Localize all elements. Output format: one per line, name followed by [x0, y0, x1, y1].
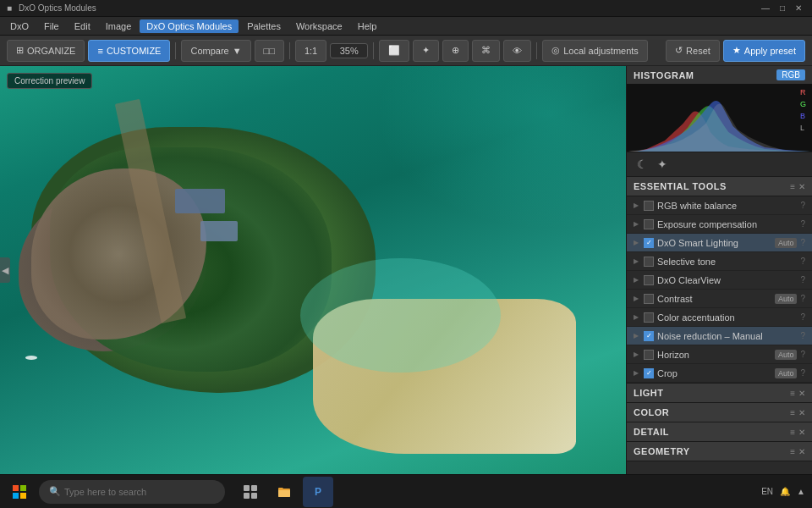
close-btn[interactable]: ✕ — [792, 3, 805, 13]
language-indicator[interactable]: EN — [761, 487, 773, 496]
tool-checkbox[interactable] — [644, 294, 654, 304]
search-input[interactable] — [64, 487, 183, 497]
reset-btn[interactable]: ↺ Reset — [666, 40, 720, 62]
help-icon[interactable]: ? — [800, 238, 805, 247]
histogram-rgb-button[interactable]: RGB — [776, 69, 805, 80]
help-icon[interactable]: ? — [800, 219, 805, 229]
menu-dxo[interactable]: DxO — [3, 19, 36, 33]
customize-btn[interactable]: ≡ CUSTOMIZE — [88, 40, 170, 62]
organize-btn[interactable]: ⊞ ORGANIZE — [7, 40, 85, 62]
start-button[interactable] — [7, 479, 32, 505]
close-icon[interactable]: ✕ — [798, 408, 805, 417]
help-icon[interactable]: ? — [800, 312, 805, 322]
list-icon[interactable]: ≡ — [790, 389, 795, 398]
local-adj-tool-btn[interactable]: ⊕ — [442, 40, 469, 62]
color-actions: ≡ ✕ — [790, 408, 805, 417]
close-icon[interactable]: ✕ — [798, 428, 805, 437]
list-icon[interactable]: ≡ — [790, 428, 795, 437]
tool-checkbox-checked[interactable] — [644, 238, 654, 248]
close-icon[interactable]: ✕ — [798, 447, 805, 456]
folder-icon — [277, 484, 292, 500]
tool-checkbox-checked[interactable] — [644, 368, 654, 378]
tool-color-accentuation[interactable]: ▶ Color accentuation ? — [627, 308, 812, 327]
dxo-app-btn[interactable]: P — [303, 477, 333, 507]
local-adjustments-btn[interactable]: ◎ Local adjustments — [542, 40, 648, 62]
left-panel-toggle[interactable]: ◀ — [0, 257, 10, 283]
file-explorer-btn[interactable] — [269, 477, 299, 507]
tool-checkbox-checked[interactable] — [644, 331, 654, 341]
tool-contrast[interactable]: ▶ Contrast Auto ? — [627, 290, 812, 308]
tool-dxo-smart-lighting[interactable]: ▶ DxO Smart Lighting Auto ? — [627, 234, 812, 252]
histogram-section: HISTOGRAM RGB R G B L — [627, 66, 812, 152]
tool-checkbox[interactable] — [644, 275, 654, 285]
list-icon[interactable]: ≡ — [790, 408, 795, 417]
menu-dxo-optics[interactable]: DxO Optics Modules — [140, 19, 239, 33]
hist-g-label[interactable]: G — [798, 99, 809, 109]
title-bar-controls[interactable]: — □ ✕ — [758, 3, 805, 13]
close-icon[interactable]: ✕ — [798, 389, 805, 398]
menu-workspace[interactable]: Workspace — [289, 19, 349, 33]
moon-icon[interactable]: ☾ — [634, 156, 650, 173]
menu-palettes[interactable]: Palettes — [240, 19, 288, 33]
hist-l-label[interactable]: L — [798, 123, 809, 133]
view-toggle-btn[interactable]: □□ — [255, 40, 284, 62]
histogram-labels: R G B L — [798, 87, 809, 133]
tool-selective-tone[interactable]: ▶ Selective tone ? — [627, 252, 812, 271]
app-icon: ■ — [7, 3, 12, 13]
tool-checkbox[interactable] — [644, 312, 654, 323]
close-section-icon[interactable]: ✕ — [798, 182, 805, 191]
list-icon[interactable]: ≡ — [790, 447, 795, 456]
tool-checkbox[interactable] — [644, 219, 654, 229]
help-icon[interactable]: ? — [800, 350, 805, 359]
color-section-header[interactable]: COLOR ≡ ✕ — [627, 403, 812, 422]
detail-section-header[interactable]: DETAIL ≡ ✕ — [627, 422, 812, 442]
list-icon[interactable]: ≡ — [790, 182, 795, 191]
crop-tool-btn[interactable]: ⬜ — [379, 40, 409, 62]
notifications-icon[interactable]: 🔔 — [780, 487, 790, 496]
light-section-header[interactable]: LIGHT ≡ ✕ — [627, 384, 812, 403]
auto-badge: Auto — [775, 294, 798, 304]
task-view-btn[interactable] — [235, 477, 266, 507]
hist-b-label[interactable]: B — [798, 111, 809, 121]
tool-exposure-compensation[interactable]: ▶ Exposure compensation ? — [627, 215, 812, 234]
zoom-1to1-btn[interactable]: 1:1 — [295, 40, 326, 62]
tool-rgb-white-balance[interactable]: ▶ RGB white balance ? — [627, 196, 812, 215]
view-tool-btn[interactable]: 👁 — [503, 40, 531, 62]
tool-dxo-clearview[interactable]: ▶ DxO ClearView ? — [627, 271, 812, 290]
compare-arrow-icon: ▼ — [233, 46, 242, 56]
help-icon[interactable]: ? — [800, 201, 805, 210]
help-icon[interactable]: ? — [800, 257, 805, 266]
apply-preset-btn[interactable]: ★ Apply preset — [723, 40, 805, 62]
tool-checkbox[interactable] — [644, 257, 654, 267]
tool-crop[interactable]: ▶ Crop Auto ? — [627, 364, 812, 383]
retouch-tool-btn[interactable]: ✦ — [413, 40, 439, 62]
minimize-btn[interactable]: — — [758, 3, 773, 13]
menu-help[interactable]: Help — [351, 19, 384, 33]
help-icon[interactable]: ? — [800, 275, 805, 284]
tool-noise-reduction[interactable]: ▶ Noise reduction – Manual ? — [627, 327, 812, 345]
tool-checkbox[interactable] — [644, 350, 654, 360]
geometry-section-header[interactable]: GEOMETRY ≡ ✕ — [627, 442, 812, 461]
building2 — [200, 221, 238, 241]
sun-icon[interactable]: ✦ — [654, 156, 671, 173]
hist-r-label[interactable]: R — [798, 87, 809, 97]
auto-badge: Auto — [775, 350, 798, 360]
menu-edit[interactable]: Edit — [68, 19, 97, 33]
svg-rect-6 — [244, 493, 250, 499]
help-icon[interactable]: ? — [800, 368, 805, 378]
essential-tools-actions: ≡ ✕ — [790, 182, 805, 191]
essential-tools-header[interactable]: ESSENTIAL TOOLS ≡ ✕ — [627, 177, 812, 196]
windows-logo-icon — [13, 485, 26, 499]
help-icon[interactable]: ? — [800, 294, 805, 303]
tool-horizon[interactable]: ▶ Horizon Auto ? — [627, 345, 812, 364]
histogram-title: HISTOGRAM — [634, 70, 694, 80]
menu-image[interactable]: Image — [99, 19, 139, 33]
help-icon[interactable]: ? — [800, 331, 805, 340]
zoom-display[interactable]: 35% — [330, 43, 368, 58]
repair-tool-btn[interactable]: ⌘ — [472, 40, 500, 62]
compare-btn[interactable]: Compare ▼ — [181, 40, 250, 62]
tool-checkbox[interactable] — [644, 201, 654, 211]
maximize-btn[interactable]: □ — [776, 3, 788, 13]
taskbar-search-box[interactable]: 🔍 — [39, 480, 225, 504]
menu-file[interactable]: File — [37, 19, 66, 33]
